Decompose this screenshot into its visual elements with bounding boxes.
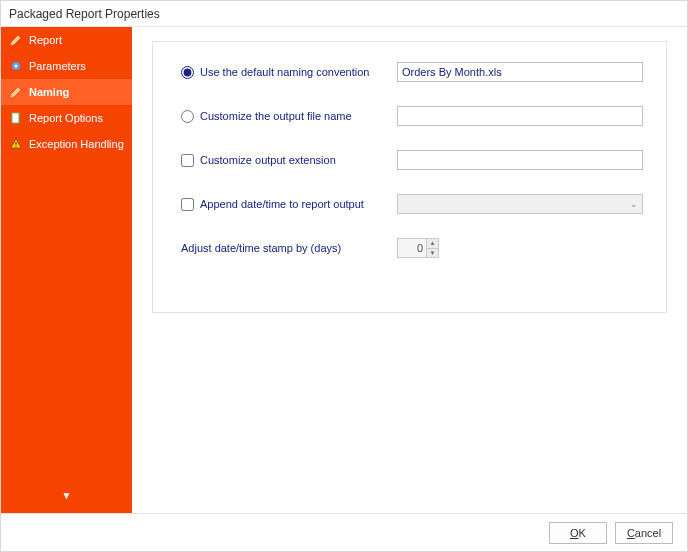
svg-rect-2	[12, 113, 19, 123]
row-customize-filename: Customize the output file name	[181, 106, 646, 126]
gear-icon	[9, 59, 23, 73]
chevron-down-icon: ▼	[62, 490, 72, 501]
radio-customize-filename[interactable]	[181, 110, 194, 123]
dialog-footer: OK Cancel	[1, 513, 687, 551]
main-panel: Use the default naming convention Custom…	[132, 27, 687, 513]
titlebar: Packaged Report Properties	[1, 1, 687, 27]
adjust-stamp-value: 0	[398, 239, 426, 257]
spinner-down[interactable]: ▼	[427, 249, 438, 258]
window-title: Packaged Report Properties	[9, 7, 160, 21]
row-default-naming: Use the default naming convention	[181, 62, 646, 82]
sidebar-item-exception-handling[interactable]: Exception Handling	[1, 131, 132, 157]
row-adjust-stamp: Adjust date/time stamp by (days) 0 ▲ ▼	[181, 238, 646, 258]
sidebar: Report Parameters Naming	[1, 27, 132, 513]
ok-button[interactable]: OK	[549, 522, 607, 544]
customize-extension-checkbox[interactable]: Customize output extension	[181, 154, 381, 167]
cancel-button[interactable]: Cancel	[615, 522, 673, 544]
adjust-stamp-spinner[interactable]: 0 ▲ ▼	[397, 238, 439, 258]
dialog-body: Report Parameters Naming	[1, 27, 687, 513]
svg-rect-4	[16, 146, 17, 147]
dialog-window: Packaged Report Properties Report Parame…	[0, 0, 688, 552]
customize-filename-radio[interactable]: Customize the output file name	[181, 110, 381, 123]
sidebar-item-parameters[interactable]: Parameters	[1, 53, 132, 79]
customize-extension-label: Customize output extension	[200, 154, 336, 166]
page-icon	[9, 111, 23, 125]
checkbox-append-datetime[interactable]	[181, 198, 194, 211]
sidebar-item-label: Exception Handling	[29, 138, 124, 150]
sidebar-expand[interactable]: ▼	[1, 482, 132, 513]
svg-rect-3	[16, 142, 17, 145]
customize-extension-input[interactable]	[397, 150, 643, 170]
append-datetime-combo[interactable]: ⌄	[397, 194, 643, 214]
row-customize-extension: Customize output extension	[181, 150, 646, 170]
adjust-stamp-label: Adjust date/time stamp by (days)	[181, 242, 381, 254]
sidebar-item-label: Parameters	[29, 60, 86, 72]
spinner-buttons: ▲ ▼	[426, 239, 438, 257]
chevron-down-icon: ⌄	[630, 199, 638, 209]
sidebar-item-label: Report	[29, 34, 62, 46]
default-naming-input[interactable]	[397, 62, 643, 82]
radio-default-naming[interactable]	[181, 66, 194, 79]
pencil-icon	[9, 85, 23, 99]
warning-icon	[9, 137, 23, 151]
sidebar-item-report[interactable]: Report	[1, 27, 132, 53]
sidebar-item-label: Report Options	[29, 112, 103, 124]
sidebar-item-report-options[interactable]: Report Options	[1, 105, 132, 131]
customize-filename-input[interactable]	[397, 106, 643, 126]
checkbox-customize-extension[interactable]	[181, 154, 194, 167]
row-append-datetime: Append date/time to report output ⌄	[181, 194, 646, 214]
svg-point-1	[15, 65, 18, 68]
append-datetime-checkbox[interactable]: Append date/time to report output	[181, 198, 381, 211]
default-naming-label: Use the default naming convention	[200, 66, 369, 78]
sidebar-list: Report Parameters Naming	[1, 27, 132, 482]
naming-panel: Use the default naming convention Custom…	[152, 41, 667, 313]
spinner-up[interactable]: ▲	[427, 239, 438, 249]
append-datetime-label: Append date/time to report output	[200, 198, 364, 210]
pencil-icon	[9, 33, 23, 47]
sidebar-item-label: Naming	[29, 86, 69, 98]
customize-filename-label: Customize the output file name	[200, 110, 352, 122]
default-naming-radio[interactable]: Use the default naming convention	[181, 66, 381, 79]
sidebar-item-naming[interactable]: Naming	[1, 79, 132, 105]
